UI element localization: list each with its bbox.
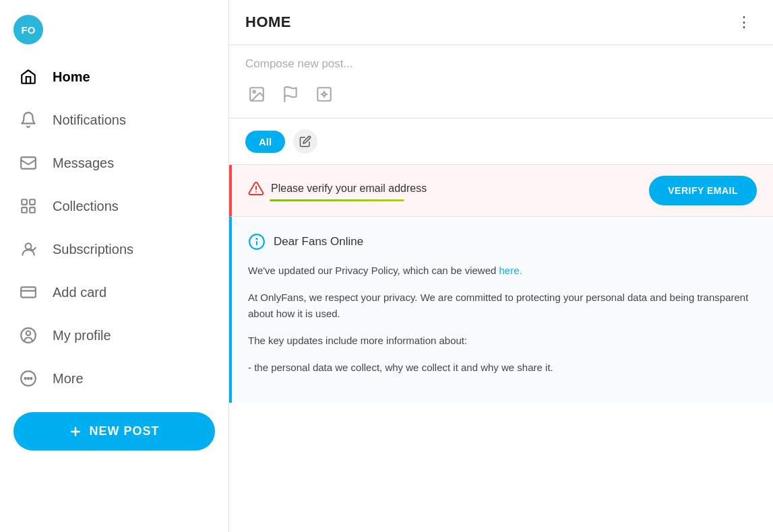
privacy-policy-link[interactable]: here. — [499, 265, 522, 276]
svg-point-17 — [253, 91, 255, 93]
avatar[interactable]: FO — [13, 15, 43, 44]
svg-rect-0 — [21, 157, 36, 168]
compose-flag-button[interactable] — [279, 83, 302, 106]
header-more-button[interactable]: ⋮ — [731, 11, 757, 34]
info-paragraph-3: The key updates include more information… — [248, 333, 757, 349]
compose-placeholder[interactable]: Compose new post... — [245, 57, 757, 71]
sidebar-item-subscriptions[interactable]: Subscriptions — [0, 228, 228, 271]
alert-text: Please verify your email address — [271, 182, 427, 195]
svg-rect-3 — [22, 207, 27, 213]
info-icon — [248, 233, 266, 251]
info-paragraph-2: At OnlyFans, we respect your privacy. We… — [248, 290, 757, 322]
compose-action-bar — [245, 83, 757, 106]
message-icon — [19, 154, 38, 172]
svg-point-12 — [28, 378, 29, 379]
info-paragraph-4: - the personal data we collect, why we c… — [248, 360, 757, 376]
svg-rect-1 — [22, 199, 27, 205]
sidebar-item-my-profile-label: My profile — [53, 328, 111, 343]
sidebar-item-home[interactable]: Home — [0, 55, 228, 98]
info-paragraph-1: We've updated our Privacy Policy, which … — [248, 263, 757, 279]
sidebar-item-add-card-label: Add card — [53, 285, 106, 300]
sidebar: FO Home Notifications Messages — [0, 0, 229, 532]
sidebar-item-collections-label: Collections — [53, 199, 119, 214]
card-icon — [19, 283, 38, 302]
main-content: HOME ⋮ Compose new post... — [229, 0, 773, 532]
sidebar-item-subscriptions-label: Subscriptions — [53, 242, 133, 257]
info-title: Dear Fans Online — [274, 235, 363, 248]
new-post-label: NEW POST — [89, 424, 159, 438]
compose-poll-button[interactable] — [313, 83, 336, 106]
page-title: HOME — [245, 13, 291, 31]
svg-point-9 — [26, 331, 31, 336]
sidebar-item-collections[interactable]: Collections — [0, 185, 228, 228]
svg-point-13 — [30, 378, 32, 379]
alert-text-row: Please verify your email address — [248, 180, 427, 197]
compose-image-button[interactable] — [245, 83, 268, 106]
svg-point-20 — [323, 93, 326, 96]
main-header: HOME ⋮ — [229, 0, 773, 45]
alert-underline — [270, 199, 404, 201]
info-panel: Dear Fans Online We've updated our Priva… — [229, 217, 773, 403]
compose-area: Compose new post... — [229, 45, 773, 119]
new-post-button[interactable]: NEW POST — [13, 412, 215, 451]
subscriptions-icon — [19, 240, 38, 259]
info-body: We've updated our Privacy Policy, which … — [248, 263, 757, 376]
sidebar-item-more-label: More — [53, 371, 84, 387]
warning-icon — [248, 180, 264, 197]
sidebar-item-add-card[interactable]: Add card — [0, 271, 228, 314]
sidebar-item-home-label: Home — [53, 69, 90, 85]
sidebar-item-notifications[interactable]: Notifications — [0, 98, 228, 141]
sidebar-item-messages[interactable]: Messages — [0, 141, 228, 185]
collections-icon — [19, 197, 38, 215]
sidebar-item-messages-label: Messages — [53, 156, 114, 171]
svg-rect-4 — [30, 207, 35, 213]
profile-icon — [19, 326, 38, 345]
filter-edit-button[interactable] — [293, 129, 317, 154]
verify-email-button[interactable]: VERIFY EMAIL — [649, 176, 757, 205]
filter-bar: All — [229, 119, 773, 165]
sidebar-item-more[interactable]: More — [0, 357, 228, 400]
sidebar-item-notifications-label: Notifications — [53, 112, 126, 128]
bell-icon — [19, 110, 38, 129]
info-header: Dear Fans Online — [248, 233, 757, 251]
alert-banner: Please verify your email address VERIFY … — [229, 165, 773, 217]
filter-all-button[interactable]: All — [245, 131, 285, 153]
home-icon — [19, 67, 38, 86]
more-icon — [19, 369, 38, 388]
svg-rect-19 — [317, 88, 331, 101]
alert-left: Please verify your email address — [248, 180, 427, 201]
svg-point-5 — [26, 243, 32, 249]
svg-point-11 — [25, 378, 26, 379]
sidebar-item-my-profile[interactable]: My profile — [0, 314, 228, 357]
svg-rect-6 — [21, 287, 36, 297]
svg-rect-2 — [30, 199, 35, 205]
